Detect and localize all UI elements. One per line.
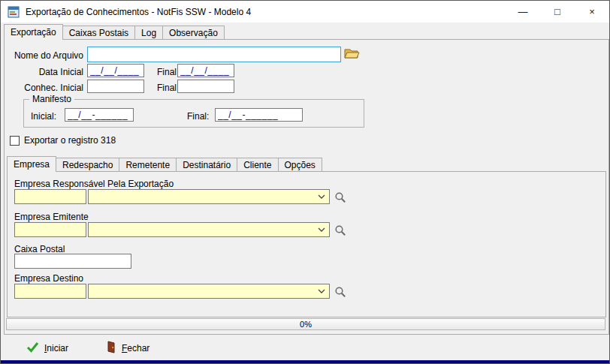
exportar-registro-318-checkbox[interactable] (10, 136, 20, 146)
browse-file-button[interactable] (344, 47, 360, 60)
check-icon (26, 341, 39, 355)
empresa-destino-code-input[interactable] (14, 284, 86, 299)
tab-log[interactable]: Log (134, 26, 163, 40)
empresa-responsavel-label: Empresa Responsável Pela Exportação (14, 179, 174, 189)
window-title: Exportação de Conhecimentos - NotFis SSW… (26, 7, 251, 17)
tab-remetente[interactable]: Remetente (119, 158, 177, 172)
conhec-inicial-label: Conhec. Inicial (7, 83, 83, 93)
empresa-emitente-code-input[interactable] (14, 222, 86, 237)
conhec-final-label: Final (157, 83, 177, 93)
app-icon (8, 6, 20, 18)
minimize-icon[interactable]: — (506, 1, 540, 23)
iniciar-button-label: Iniciar (44, 343, 68, 353)
empresa-emitente-label: Empresa Emitente (14, 212, 89, 222)
empresa-responsavel-combobox[interactable] (88, 189, 330, 204)
nome-arquivo-label: Nome do Arquivo (7, 50, 83, 61)
window-controls: — □ × (506, 1, 609, 23)
caixa-postal-input[interactable] (14, 254, 131, 269)
search-icon[interactable] (334, 224, 346, 236)
tab-caixas-postais[interactable]: Caixas Postais (62, 26, 135, 40)
exportar-registro-318-label: Exportar o registro 318 (24, 135, 116, 146)
nome-arquivo-input[interactable] (87, 47, 341, 62)
empresa-destino-label: Empresa Destino (14, 273, 83, 284)
fechar-button[interactable]: Fechar (103, 339, 152, 357)
main-tabstrip: Exportação Caixas Postais Log Observação (4, 25, 225, 40)
bottom-accent-strip (1, 360, 609, 363)
tab-cliente[interactable]: Cliente (237, 158, 278, 172)
titlebar: Exportação de Conhecimentos - NotFis SSW… (1, 1, 609, 23)
search-icon[interactable] (334, 191, 346, 203)
exportacao-tab-page: Nome do Arquivo Data Inicial Final Conhe… (4, 39, 609, 335)
manifesto-group-title: Manifesto (29, 94, 74, 104)
data-inicial-label: Data Inicial (7, 67, 83, 77)
manifesto-final-label: Final: (187, 111, 209, 122)
manifesto-inicial-input[interactable] (65, 108, 134, 122)
data-final-input[interactable] (177, 64, 234, 77)
progress-bar: 0% (6, 318, 605, 330)
tab-observacao[interactable]: Observação (162, 26, 225, 40)
tab-destinatario[interactable]: Destinatário (176, 158, 237, 172)
close-icon[interactable]: × (575, 1, 609, 23)
chevron-down-icon (318, 289, 325, 293)
folder-open-icon (344, 51, 360, 62)
tab-exportacao[interactable]: Exportação (4, 24, 63, 40)
empresa-emitente-combobox[interactable] (88, 222, 330, 237)
conhec-inicial-input[interactable] (87, 80, 144, 93)
tab-redespacho[interactable]: Redespacho (56, 158, 119, 172)
manifesto-inicial-label: Inicial: (31, 111, 56, 122)
data-inicial-input[interactable] (87, 64, 144, 77)
maximize-icon[interactable]: □ (540, 1, 575, 23)
search-icon[interactable] (334, 286, 346, 298)
empresa-destino-combobox[interactable] (88, 284, 330, 299)
chevron-down-icon (318, 227, 325, 232)
door-icon (106, 341, 116, 356)
conhec-final-input[interactable] (177, 80, 234, 93)
empresa-tabstrip: Empresa Redespacho Remetente Destinatári… (7, 157, 322, 172)
empresa-responsavel-code-input[interactable] (14, 189, 86, 204)
tab-empresa[interactable]: Empresa (7, 156, 56, 172)
manifesto-final-input[interactable] (215, 108, 303, 122)
progress-text: 0% (300, 320, 312, 329)
tab-opcoes[interactable]: Opções (278, 158, 322, 172)
fechar-button-label: Fechar (122, 343, 149, 353)
chevron-down-icon (318, 194, 325, 199)
caixa-postal-label: Caixa Postal (14, 244, 65, 254)
empresa-tab-page: Empresa Responsável Pela Exportação Empr… (7, 171, 606, 317)
data-final-label: Final (157, 67, 177, 77)
app-window: Exportação de Conhecimentos - NotFis SSW… (0, 0, 610, 364)
iniciar-button[interactable]: Iniciar (23, 340, 71, 356)
